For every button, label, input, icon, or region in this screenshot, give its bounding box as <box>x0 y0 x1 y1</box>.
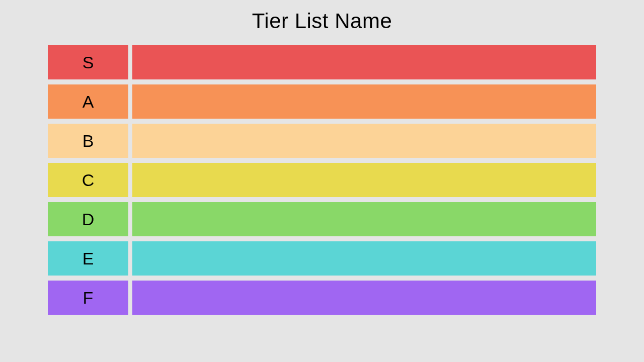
tier-content-c[interactable] <box>132 163 596 197</box>
tier-label-a[interactable]: A <box>48 84 128 119</box>
tier-row-c: C <box>48 163 596 197</box>
tier-label-d[interactable]: D <box>48 202 128 236</box>
tier-list-container: Tier List Name S A B C D E F <box>0 0 644 362</box>
tier-row-b: B <box>48 124 596 158</box>
tier-row-e: E <box>48 241 596 276</box>
tier-content-f[interactable] <box>132 281 596 315</box>
tier-label-c[interactable]: C <box>48 163 128 197</box>
tier-row-a: A <box>48 84 596 119</box>
tier-content-d[interactable] <box>132 202 596 236</box>
tier-list: S A B C D E F <box>48 45 596 315</box>
tier-label-b[interactable]: B <box>48 124 128 158</box>
tier-row-s: S <box>48 45 596 79</box>
tier-label-s[interactable]: S <box>48 45 128 79</box>
tier-list-title: Tier List Name <box>252 9 392 33</box>
tier-content-b[interactable] <box>132 124 596 158</box>
tier-row-f: F <box>48 281 596 315</box>
tier-content-s[interactable] <box>132 45 596 79</box>
tier-content-e[interactable] <box>132 241 596 276</box>
tier-label-f[interactable]: F <box>48 281 128 315</box>
tier-row-d: D <box>48 202 596 236</box>
tier-label-e[interactable]: E <box>48 241 128 276</box>
tier-content-a[interactable] <box>132 84 596 119</box>
